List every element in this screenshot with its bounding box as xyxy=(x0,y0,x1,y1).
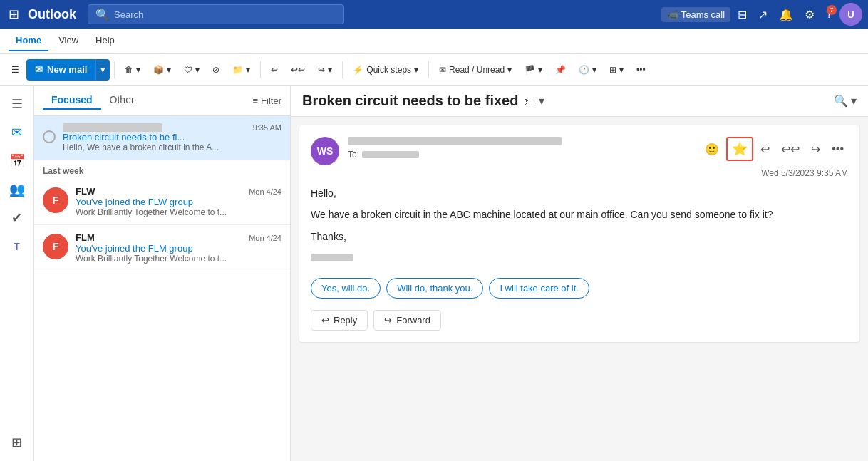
tab-focused[interactable]: Focused xyxy=(43,91,101,110)
badge: 7 xyxy=(827,5,837,15)
pin-button[interactable]: 📌 xyxy=(549,62,572,78)
email-item-selected[interactable]: 9:35 AM Broken circuit needs to be fi...… xyxy=(34,116,290,160)
email-closing: Thanks, xyxy=(311,229,848,244)
help-icon[interactable]: ? 7 xyxy=(822,5,837,24)
email-card-actions: 🙂 ⭐ ↩ ↩↩ ↪ ••• xyxy=(701,137,848,161)
search-input[interactable] xyxy=(114,9,336,20)
menu-toggle-button[interactable]: ☰ xyxy=(6,62,25,78)
sidebar-item-mail[interactable]: ✉ xyxy=(4,120,30,145)
undo-all-icon: ↩↩ xyxy=(291,65,305,75)
archive-button[interactable]: 📦 ▾ xyxy=(148,62,177,78)
new-mail-button[interactable]: ✉ New mail xyxy=(26,59,95,81)
settings-forward-icon[interactable]: ↗ xyxy=(754,5,772,24)
main-layout: ☰ ✉ 📅 👥 ✔ T ⊞ Focused Other ≡ Filter 9: xyxy=(0,86,868,461)
redo-button[interactable]: ↪ ▾ xyxy=(312,62,338,78)
email-preview-flw: Work Brilliantly Together Welcome to t..… xyxy=(76,207,281,217)
people-icon[interactable]: ⊟ xyxy=(733,5,751,24)
topbar-right: 📹 Teams call ⊟ ↗ 🔔 ⚙ ? 7 U xyxy=(661,3,862,26)
archive-dropdown: ▾ xyxy=(167,65,171,75)
emoji-button[interactable]: 🙂 xyxy=(701,140,723,159)
email-time: 9:35 AM xyxy=(253,123,281,132)
reading-title: Broken circuit needs to be fixed xyxy=(302,93,518,109)
email-subject: Broken circuit needs to be fi... xyxy=(63,132,281,143)
sidebar-item-menu[interactable]: ☰ xyxy=(4,91,30,117)
forward-button-top[interactable]: ↪ xyxy=(807,140,825,159)
waffle-icon[interactable]: ⊞ xyxy=(6,4,22,25)
avatar[interactable]: U xyxy=(839,3,862,26)
quick-steps-button[interactable]: ⚡ Quick steps ▾ xyxy=(347,62,424,78)
action-row: ↩ Reply ↪ Forward xyxy=(311,310,848,331)
reply-all-button-top[interactable]: ↩↩ xyxy=(777,140,804,159)
more-actions-button[interactable]: ••• xyxy=(827,140,848,158)
email-content-flw: FLW Mon 4/24 You've joined the FLW group… xyxy=(76,186,281,217)
lightning-icon: ⚡ xyxy=(353,65,363,75)
forward-button[interactable]: ↪ Forward xyxy=(373,310,441,331)
sidebar-item-tasks[interactable]: ✔ xyxy=(4,205,30,231)
tag-icon[interactable]: 🏷 ▾ xyxy=(524,94,544,108)
flag-button[interactable]: 🏴 ▾ xyxy=(519,62,548,78)
quick-replies: Yes, will do. Will do, thank you. I will… xyxy=(311,278,848,299)
tab-home[interactable]: Home xyxy=(9,31,48,51)
reply-button-top[interactable]: ↩ xyxy=(756,140,774,159)
undo-all-button[interactable]: ↩↩ xyxy=(285,62,311,78)
reply-icon: ↩ xyxy=(321,315,329,326)
new-mail-dropdown-button[interactable]: ▾ xyxy=(95,59,110,81)
email-subject-flm: You've joined the FLM group xyxy=(76,243,281,254)
flag-icon: 🏴 xyxy=(525,65,535,75)
email-list-panel: Focused Other ≡ Filter 9:35 AM Broken ci… xyxy=(34,86,291,461)
email-avatar-flm: F xyxy=(43,234,68,259)
snooze-button[interactable]: 🕐 ▾ xyxy=(573,62,602,78)
email-time-flw: Mon 4/24 xyxy=(249,187,281,196)
sidebar-item-people[interactable]: 👥 xyxy=(4,177,30,202)
move-button[interactable]: 📁 ▾ xyxy=(227,62,256,78)
search-box[interactable]: 🔍 xyxy=(88,4,344,24)
section-last-week: Last week xyxy=(34,160,290,179)
to-address-blurred xyxy=(362,151,419,158)
sender-name-blurred xyxy=(348,137,562,145)
tab-view[interactable]: View xyxy=(51,31,86,51)
focused-tabs: Focused Other xyxy=(43,91,143,110)
settings-icon[interactable]: ⚙ xyxy=(800,5,819,24)
zoom-button[interactable]: 🔍 ▾ xyxy=(834,94,857,108)
email-select-radio[interactable] xyxy=(43,130,56,143)
tab-help[interactable]: Help xyxy=(88,31,122,51)
view-button[interactable]: ⊞ ▾ xyxy=(604,62,629,78)
more-button[interactable]: ••• xyxy=(631,62,651,78)
search-icon: 🔍 xyxy=(95,8,110,21)
quick-steps-label: Quick steps xyxy=(366,65,411,75)
video-icon: 📹 xyxy=(667,9,678,20)
teams-call-button[interactable]: 📹 Teams call xyxy=(661,7,730,22)
focused-bar: Focused Other ≡ Filter xyxy=(34,86,290,116)
notification-icon[interactable]: 🔔 xyxy=(775,5,797,24)
quick-reply-3[interactable]: I will take care of it. xyxy=(489,278,589,299)
email-avatar-flw: F xyxy=(43,187,68,213)
sidebar: ☰ ✉ 📅 👥 ✔ T ⊞ xyxy=(0,86,34,461)
sender-avatar: WS xyxy=(311,137,339,165)
filter-icon: ≡ xyxy=(253,95,259,106)
tab-other[interactable]: Other xyxy=(101,91,143,110)
filter-button[interactable]: ≡ Filter xyxy=(253,95,281,106)
quick-reply-1[interactable]: Yes, will do. xyxy=(311,278,381,299)
undo-button[interactable]: ↩ xyxy=(265,62,284,78)
delete-button[interactable]: 🗑 ▾ xyxy=(119,62,146,78)
email-item-flm[interactable]: F FLM Mon 4/24 You've joined the FLM gro… xyxy=(34,225,290,271)
email-item-flw[interactable]: F FLW Mon 4/24 You've joined the FLW gro… xyxy=(34,179,290,225)
reading-header-actions: 🔍 ▾ xyxy=(834,94,857,108)
filter-button[interactable]: ⊘ xyxy=(207,62,225,78)
email-timestamp: Wed 5/3/2023 9:35 AM xyxy=(761,168,848,178)
sidebar-item-teams[interactable]: T xyxy=(4,234,30,259)
delete-icon: 🗑 xyxy=(125,65,133,75)
view-icon: ⊞ xyxy=(609,65,616,75)
reading-header: Broken circuit needs to be fixed 🏷 ▾ 🔍 ▾ xyxy=(291,86,868,117)
read-unread-button[interactable]: ✉ Read / Unread ▾ xyxy=(433,62,517,78)
sender-name xyxy=(63,123,162,132)
move-icon: 📁 xyxy=(232,65,243,75)
sidebar-item-apps[interactable]: ⊞ xyxy=(4,430,30,455)
quick-reply-2[interactable]: Will do, thank you. xyxy=(386,278,483,299)
reply-button[interactable]: ↩ Reply xyxy=(311,310,368,331)
toolbar: ☰ ✉ New mail ▾ 🗑 ▾ 📦 ▾ 🛡 ▾ ⊘ 📁 ▾ ↩ ↩↩ ↪ … xyxy=(0,54,868,86)
important-button[interactable]: ⭐ xyxy=(726,137,753,161)
forward-label: Forward xyxy=(396,315,430,326)
sidebar-item-calendar[interactable]: 📅 xyxy=(4,148,30,174)
protect-button[interactable]: 🛡 ▾ xyxy=(178,62,205,78)
